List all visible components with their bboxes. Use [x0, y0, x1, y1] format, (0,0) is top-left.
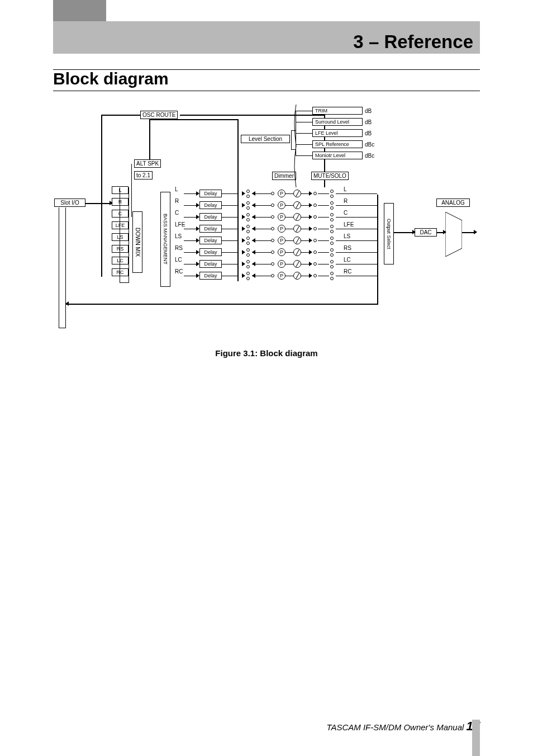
switch-c-bot-2	[330, 218, 334, 221]
switch-c-bot-0	[330, 195, 334, 198]
switch-c-top-1	[330, 201, 334, 205]
channel-left-rs: RS	[112, 245, 129, 253]
row-arr-a-5	[242, 250, 245, 254]
switch-a-bot-6	[246, 265, 250, 268]
channel-right-r: R	[344, 198, 348, 204]
page-content: Block diagram OSC ROUTE Slot I/O LRCLFEL…	[53, 69, 480, 706]
row-line-c-0	[285, 193, 293, 194]
switch-a-top-4	[246, 237, 250, 240]
channel-mid-lc: LC	[175, 257, 182, 263]
channel-left-lfe: LFE	[112, 221, 129, 229]
slash-circle-6	[293, 260, 301, 268]
row-line-c-1	[285, 205, 293, 206]
channel-mid-l: L	[175, 186, 178, 192]
switch-c-bot-1	[330, 206, 334, 210]
row-line-c-7	[285, 276, 293, 276]
switch-a-top-5	[246, 248, 250, 252]
level-unit-4: dBc	[365, 153, 374, 159]
p-circle-5: P	[278, 248, 285, 256]
channel-mid-rc: RC	[175, 268, 183, 275]
delay-box-7: Delay	[199, 272, 222, 280]
ch1-bus-left	[120, 187, 120, 282]
channel-mid-rs: RS	[175, 245, 183, 251]
row-arr-c-1	[309, 203, 312, 207]
row-arr-c-5	[309, 250, 312, 254]
switch-c-top-0	[330, 190, 334, 193]
channel-left-l: L	[112, 186, 129, 194]
chapter-header: 3 – Reference	[53, 21, 480, 54]
footer-spine	[472, 720, 480, 756]
p-circle-0: P	[278, 190, 285, 197]
channel-mid-r: R	[175, 198, 179, 204]
row-line-e-5	[318, 252, 329, 253]
node-a-5	[271, 251, 274, 254]
slash-circle-5	[293, 248, 301, 256]
row-arr-a-4	[242, 238, 245, 243]
row-arr-back-3	[252, 226, 255, 231]
page-footer: TASCAM IF-SM/DM Owner's Manual 17	[53, 719, 480, 734]
switch-a-bot-0	[246, 195, 250, 198]
block-diagram: OSC ROUTE Slot I/O LRCLFELSRSLCRC ALT SP…	[54, 102, 479, 343]
row-line-e-2	[318, 217, 329, 218]
return-bus	[65, 304, 378, 305]
slash-circle-1	[293, 201, 301, 209]
switch-a-bot-1	[246, 206, 250, 210]
slash-circle-0	[293, 190, 301, 197]
bus-in	[85, 203, 112, 204]
delay-in-line-0	[184, 193, 197, 194]
row-arr-a-6	[242, 262, 245, 266]
switch-c-top-7	[330, 272, 334, 275]
row-line-a-1	[222, 205, 239, 206]
channel-left-c: C	[112, 210, 129, 218]
alt-drop	[237, 119, 239, 281]
switch-a-bot-5	[246, 253, 250, 257]
row-line-c-5	[285, 252, 293, 253]
delay-box-5: Delay	[199, 248, 222, 256]
slot-io-bus-right	[65, 207, 66, 328]
switch-c-bot-3	[330, 230, 334, 233]
row-line-f-4	[336, 240, 377, 241]
switch-c-bot-6	[330, 265, 334, 268]
row-line-a-0	[222, 193, 239, 194]
os-dac	[394, 232, 415, 233]
amp-out-arr	[474, 230, 477, 234]
delay-in-line-7	[184, 276, 197, 276]
switch-a-bot-3	[246, 230, 250, 233]
row-line-a-2	[222, 217, 239, 218]
delay-box-6: Delay	[199, 260, 222, 268]
analog-box: ANALOG	[436, 199, 470, 207]
delay-in-line-5	[184, 252, 197, 253]
level-item-3: SPL Reference	[312, 140, 363, 148]
to-21-box: to 2.1	[134, 171, 153, 179]
channel-mid-ls: LS	[175, 233, 182, 239]
node-b-2	[313, 215, 317, 219]
mute-solo-box: MUTE/SOLO	[311, 172, 349, 180]
bus-vert-osc	[101, 115, 102, 277]
slot-io-bottom	[59, 328, 66, 328]
row-arr-back-5	[252, 250, 255, 254]
delay-box-0: Delay	[199, 190, 222, 197]
section-title: Block diagram	[53, 69, 480, 91]
level-section-box: Level Section	[241, 135, 290, 143]
channel-left-rc: RC	[112, 268, 129, 276]
node-b-4	[313, 239, 317, 242]
delay-box-3: Delay	[199, 225, 222, 233]
switch-a-top-3	[246, 225, 250, 228]
row-line-e-7	[318, 276, 329, 276]
switch-a-top-0	[246, 190, 250, 193]
return-arr	[65, 301, 69, 306]
row-line-e-6	[318, 264, 329, 264]
level-unit-2: dB	[365, 130, 372, 136]
return-vert	[377, 195, 378, 305]
channel-left-lc: LC	[112, 257, 129, 264]
channel-right-rc: RC	[344, 268, 351, 275]
figure-caption: Figure 3.1: Block diagram	[53, 348, 480, 358]
level-item-4: Moniotr Level	[312, 152, 363, 159]
output-select-box: Output Select	[384, 203, 394, 264]
row-arr-c-7	[309, 273, 312, 278]
switch-a-top-2	[246, 213, 250, 216]
row-line-f-5	[336, 252, 377, 253]
osc-to-level	[180, 115, 325, 116]
row-arr-c-6	[309, 262, 312, 266]
row-line-e-4	[318, 240, 329, 241]
